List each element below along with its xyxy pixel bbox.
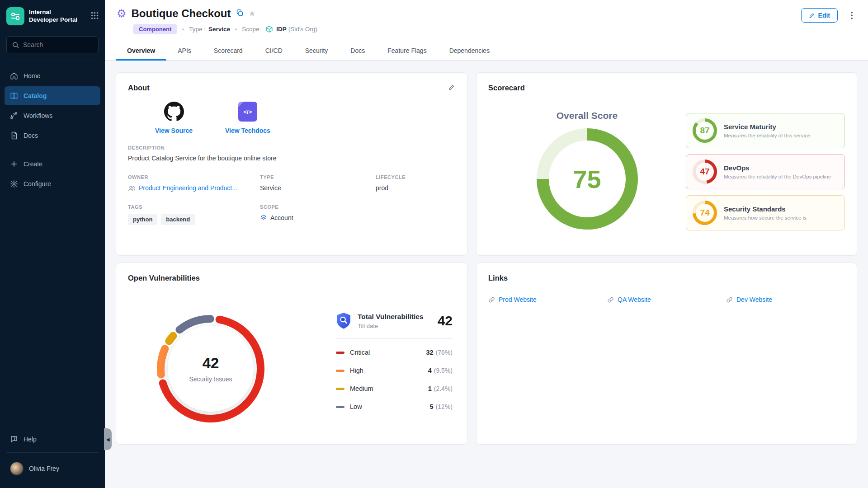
tab-docs[interactable]: Docs	[339, 41, 376, 60]
links-card: Links Prod Website QA Website Dev Websit…	[476, 263, 857, 445]
severity-percent: (12%)	[436, 403, 453, 410]
divider	[336, 338, 453, 339]
sidebar: Internal Developer Portal	[0, 0, 105, 488]
scorecard-item-security-standards[interactable]: 74 Security Standards Measures how secur…	[686, 195, 845, 230]
app-root: Internal Developer Portal	[0, 0, 868, 488]
sidebar-collapse-handle[interactable]: ◀	[104, 428, 112, 450]
overall-score-block: Overall Score 75	[488, 92, 686, 230]
avatar	[10, 462, 24, 475]
dot-separator: ●	[182, 27, 184, 32]
severity-count: 5	[430, 403, 434, 410]
overall-score-label: Overall Score	[557, 110, 618, 121]
sidebar-divider	[6, 452, 99, 453]
view-techdocs-link[interactable]: </> View Techdocs	[225, 102, 270, 134]
lifecycle-field: LIFECYCLE prod	[376, 174, 455, 192]
link-qa-website[interactable]: QA Website	[607, 296, 726, 303]
scorecard-title: Scorecard	[488, 84, 845, 92]
tag-chip[interactable]: python	[128, 214, 157, 225]
team-icon	[128, 185, 136, 192]
tab-scorecard[interactable]: Scorecard	[203, 41, 254, 60]
tag-chip[interactable]: backend	[161, 214, 195, 225]
sidebar-item-create[interactable]: Create	[5, 155, 100, 174]
view-source-label: View Source	[155, 127, 193, 134]
edit-about-pencil-icon[interactable]	[448, 84, 455, 93]
link-icon	[488, 296, 495, 303]
more-options-kebab-icon[interactable]: ⋮	[848, 8, 856, 20]
user-menu[interactable]: Olivia Frey	[5, 456, 100, 481]
overview-content: About View Source </> View Techdocs	[105, 61, 868, 488]
app-logo[interactable]	[6, 7, 24, 25]
vulnerabilities-summary: Total Vulnerabilities Till date 42 Criti…	[336, 312, 455, 423]
favorite-star-icon[interactable]: ★	[249, 9, 256, 19]
severity-percent: (9.5%)	[434, 367, 453, 374]
severity-label: High	[350, 367, 428, 374]
tab-feature-flags[interactable]: Feature Flags	[376, 41, 438, 60]
tab-dependencies[interactable]: Dependencies	[438, 41, 501, 60]
sidebar-item-help[interactable]: Help	[5, 430, 100, 449]
score-ring: 47	[693, 160, 717, 184]
scorecard-item-desc: Measures the reliability of this service	[724, 133, 810, 138]
search-input[interactable]	[23, 41, 86, 48]
owner-field: OWNER Product Engineering and Product...	[128, 174, 260, 192]
link-prod-website[interactable]: Prod Website	[488, 296, 607, 303]
user-name: Olivia Frey	[29, 465, 59, 472]
title-row: ⚙ Boutique Checkout ★	[117, 7, 317, 20]
search-box[interactable]	[6, 36, 99, 53]
scorecard-item-devops[interactable]: 47 DevOps Measures the reliability of th…	[686, 154, 845, 189]
logo-icon	[10, 11, 21, 22]
github-icon	[164, 102, 184, 122]
cube-icon	[265, 25, 273, 33]
scope-field: SCOPE Account	[260, 204, 376, 225]
sidebar-item-label: Help	[24, 436, 37, 443]
sidebar-item-home[interactable]: Home	[5, 66, 100, 85]
scorecard-item-service-maturity[interactable]: 87 Service Maturity Measures the reliabi…	[686, 113, 845, 148]
sidebar-item-label: Catalog	[24, 92, 47, 99]
scorecard-item-desc: Measures the reliability of the DevOps p…	[724, 174, 831, 179]
severity-count: 1	[428, 385, 432, 392]
sidebar-item-label: Create	[24, 160, 42, 168]
tab-overview[interactable]: Overview	[116, 41, 166, 60]
about-card: About View Source </> View Techdocs	[116, 72, 467, 256]
tags-label: TAGS	[128, 204, 260, 210]
sidebar-item-docs[interactable]: Docs	[5, 126, 100, 145]
tab-security[interactable]: Security	[294, 41, 340, 60]
links-row: Prod Website QA Website Dev Website	[488, 296, 845, 303]
link-dev-website[interactable]: Dev Website	[726, 296, 845, 303]
sidebar-item-catalog[interactable]: Catalog	[5, 86, 100, 105]
security-issues-count: 42	[203, 355, 219, 372]
scorecard-list: 87 Service Maturity Measures the reliabi…	[686, 113, 845, 230]
apps-grid-icon[interactable]	[91, 12, 99, 21]
vulnerabilities-donut: 42 Security Issues	[156, 314, 265, 423]
tab-apis[interactable]: APIs	[166, 41, 203, 60]
pencil-icon	[809, 12, 815, 19]
severity-row-medium: Medium 1 (2.4%)	[336, 380, 453, 398]
tab-bar: Overview APIs Scorecard CI/CD Security D…	[105, 41, 868, 61]
plus-icon	[10, 160, 18, 168]
score-value: 87	[693, 118, 717, 143]
link-icon	[726, 296, 733, 303]
copy-icon[interactable]	[236, 9, 244, 19]
severity-count: 32	[426, 349, 434, 356]
about-title: About	[128, 84, 150, 92]
description-label: DESCRIPTION	[128, 145, 455, 150]
sidebar-bottom: Help Olivia Frey	[0, 425, 105, 488]
sidebar-nav: Home Catalog Workflows Docs	[0, 60, 105, 148]
gear-icon	[10, 180, 18, 188]
link-label: Dev Website	[736, 296, 772, 303]
owner-link[interactable]: Product Engineering and Product...	[139, 184, 237, 192]
lifecycle-label: LIFECYCLE	[376, 174, 455, 180]
scope-value: IDP	[276, 26, 287, 33]
account-scope-icon	[260, 214, 267, 221]
edit-button[interactable]: Edit	[801, 8, 838, 23]
view-source-link[interactable]: View Source	[155, 102, 193, 134]
owner-label: OWNER	[128, 174, 260, 180]
severity-percent: (2.4%)	[434, 385, 453, 392]
sidebar-item-label: Docs	[24, 132, 38, 139]
component-gear-icon: ⚙	[117, 8, 127, 19]
severity-row-low: Low 5 (12%)	[336, 398, 453, 416]
main-area: ⚙ Boutique Checkout ★ Component ● Type :…	[105, 0, 868, 488]
sidebar-item-workflows[interactable]: Workflows	[5, 106, 100, 125]
sidebar-item-configure[interactable]: Configure	[5, 174, 100, 193]
tab-cicd[interactable]: CI/CD	[254, 41, 294, 60]
severity-count: 4	[428, 367, 432, 374]
